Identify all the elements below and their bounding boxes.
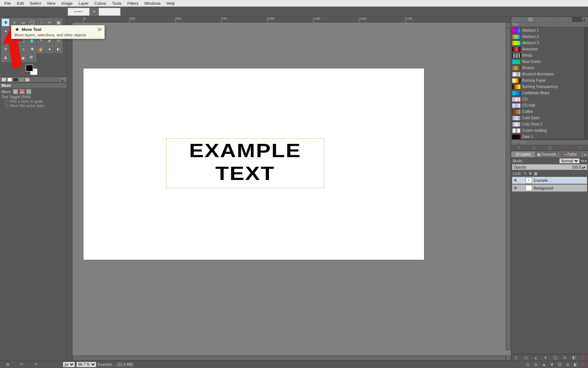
mode-switch-icon[interactable]: ⇆ [581,159,584,163]
text-layer-selection[interactable]: EXAMPLE TEXT [166,138,324,188]
brushes-tab[interactable] [25,78,30,82]
panel-menu-icon[interactable]: ◂ [582,151,588,158]
opacity-value[interactable]: 100.0 [572,165,581,169]
gradient-item[interactable]: CD [511,96,584,102]
gradients-scrollbar[interactable] [584,27,588,139]
smudge-tool[interactable]: ☝ [37,45,45,53]
move-tool[interactable]: ✥ [1,18,10,26]
gradient-item[interactable]: Caribbean Blues [511,90,584,96]
close-tab-icon[interactable]: ✕ [90,8,98,15]
lock-position-icon[interactable]: ✥ [529,171,532,176]
heal-tool[interactable]: ✚ [28,45,36,53]
canvas[interactable]: EXAMPLE TEXT [83,68,424,260]
configure-tab-icon[interactable]: ◂ [61,78,65,82]
wilber-icon[interactable]: ◔ [6,362,9,367]
dock-menu-icon[interactable]: ◂ [582,17,588,22]
fonts-dock-tab[interactable] [523,17,528,22]
gradient-item[interactable]: Brushed Aluminium [511,71,584,77]
vertical-scrollbar[interactable] [506,28,511,350]
gradient-item[interactable]: Coffee [511,109,584,115]
menu-help[interactable]: Help [164,0,178,6]
menu-tools[interactable]: Tools [109,0,125,6]
radio-move-active[interactable]: Move the active layer [5,104,65,108]
navigation-icon[interactable] [506,355,511,361]
merge-down-icon[interactable]: ⇊ [563,355,566,360]
ruler-horizontal[interactable]: 0 250 500 750 1000 1250 1500 1750 [72,17,506,22]
delete-layer-icon[interactable]: ✕ [582,355,585,360]
raise-layer-icon[interactable]: ▲ [534,355,538,360]
lock-alpha-icon[interactable]: ▦ [534,171,537,176]
viewport[interactable]: EXAMPLE TEXT [72,22,511,355]
redo-icon[interactable]: ↷ [34,362,37,367]
gradient-item[interactable]: Burning Paper [511,77,584,84]
new-gradient-icon[interactable]: 🗋 [532,146,536,150]
dock-tab-10[interactable] [561,17,566,22]
layer-visibility-icon[interactable]: 👁 [512,178,518,183]
status-icon-4[interactable]: ▼ [550,362,554,367]
gradients-dock-tab[interactable] [528,17,533,22]
layers-list[interactable]: 👁TExample ...👁Background [511,176,588,354]
patterns-dock-tab[interactable] [517,17,522,22]
horizontal-scrollbar[interactable] [72,355,506,361]
gradient-item[interactable]: Cold Steel 2 [511,121,584,127]
undo-icon[interactable]: ↶ [20,362,23,367]
gradient-item[interactable]: Dark 1 [511,134,584,139]
gradient-filter[interactable]: filter [511,22,588,27]
images-tab[interactable] [19,78,24,82]
menu-image[interactable]: Image [58,0,76,6]
ruler-vertical[interactable] [67,22,72,355]
duplicate-layer-icon[interactable]: ⿻ [553,355,557,360]
menu-windows[interactable]: Windows [141,0,164,6]
gradient-item[interactable]: Abstract 3 [511,40,584,46]
zoom-tool[interactable]: 🔍 [28,54,36,62]
gradient-item[interactable]: Abstract 1 [511,27,584,33]
new-group-icon[interactable]: 🗀 [524,355,528,360]
menu-view[interactable]: View [44,0,58,6]
unit-select[interactable]: px [63,362,75,367]
new-layer-icon[interactable]: 🗋 [514,355,518,360]
dock-tab-6[interactable] [539,17,544,22]
palettes-dock-tab[interactable] [534,17,539,22]
gradient-item[interactable]: Blue Green [511,59,584,65]
tool-options-tab[interactable] [1,78,6,82]
radio-pick-layer[interactable]: Pick a layer or guide [5,99,65,103]
gradient-item[interactable]: Crown molding [511,127,584,134]
gradient-item[interactable]: Cold Steel [511,115,584,121]
move-mode-layer[interactable]: ▦ [13,89,18,94]
move-mode-path[interactable]: ∿ [26,89,31,94]
undo-history-tab[interactable] [13,78,18,82]
dock-tab-7[interactable] [545,17,550,22]
layer-item[interactable]: 👁Background [512,184,587,192]
lock-pixels-icon[interactable]: ✎ [524,171,527,176]
document-tab-2[interactable] [98,8,121,16]
layer-visibility-icon[interactable]: 👁 [512,186,518,190]
gradient-item[interactable]: Blinds [511,52,584,59]
document-tab-1[interactable]: EXAMPLE [68,8,90,16]
move-mode-selection[interactable]: ▬ [19,89,25,94]
blend-mode-select[interactable]: Normal [559,158,580,163]
lower-layer-icon[interactable]: ▼ [544,355,548,360]
status-delete-icon[interactable]: ✕ [581,362,584,367]
gradient-item[interactable]: Burning Transparency [511,84,584,90]
delete-gradient-icon[interactable]: ✕ [564,145,567,150]
gradient-item[interactable]: CD Half [511,102,584,109]
ruler-origin[interactable] [506,22,511,28]
mask-icon[interactable]: ◧ [572,355,576,360]
refresh-gradient-icon[interactable]: ⟳ [579,145,582,150]
device-status-tab[interactable] [7,78,12,82]
mode-menu-icon[interactable]: ▾ [585,159,587,163]
gradient-item[interactable]: Aneurism [511,46,584,52]
status-icon-6[interactable]: ⇊ [566,362,569,367]
duplicate-gradient-icon[interactable]: ⿻ [548,146,552,150]
menu-layer[interactable]: Layer [76,0,92,6]
status-icon-7[interactable]: ◧ [574,362,577,367]
status-icon-2[interactable]: 🗀 [534,362,538,367]
menu-filters[interactable]: Filters [125,0,141,6]
opacity-spinner-icon[interactable]: ▴▾ [582,165,585,169]
brushes-dock-tab[interactable] [512,17,517,22]
status-icon-3[interactable]: ▲ [542,362,546,367]
gradient-item[interactable]: Abstract 2 [511,33,584,40]
menu-colors[interactable]: Colors [92,0,109,6]
status-icon-1[interactable]: 🗋 [526,362,530,367]
tag-filter-row[interactable]: filter tags [511,139,588,145]
